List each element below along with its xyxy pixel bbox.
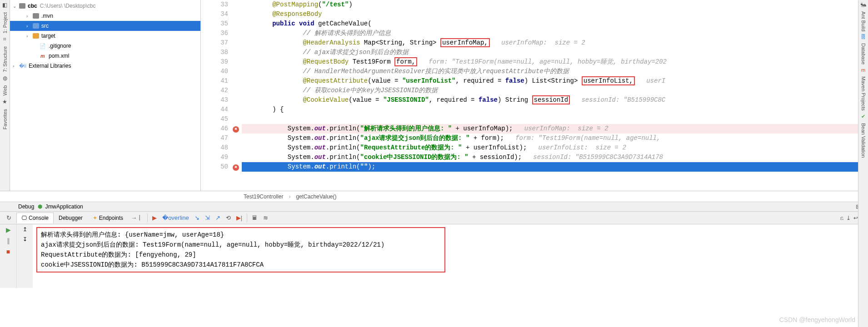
error-icon[interactable]: ✖ xyxy=(233,126,239,133)
resume-button[interactable]: ▶ xyxy=(6,226,11,233)
code-line[interactable]: @CookieValue(value = "JSESSIONID", requi… xyxy=(242,95,868,105)
drop-frame-icon[interactable]: ⟲ xyxy=(223,213,234,222)
code-area[interactable]: @PostMapping("/test") @ResponseBody publ… xyxy=(242,0,868,191)
force-step-into-icon[interactable]: ⇲ xyxy=(202,213,213,222)
console-line: 解析请求头得到的用户信息: {userName=jmw, userAge=18} xyxy=(41,230,441,240)
tool-ant-icon[interactable]: 🐜 xyxy=(860,2,867,8)
pause-button[interactable]: ∥ xyxy=(7,237,10,244)
code-line[interactable]: System.out.println("解析请求头得到的用户信息: " + us… xyxy=(242,124,868,134)
tree-external-label: External Libraries xyxy=(29,63,71,69)
code-line[interactable]: @RequestBody Test19Form form, form: "Tes… xyxy=(242,57,868,67)
code-line[interactable] xyxy=(242,114,868,124)
tree-item[interactable]: mpom.xml xyxy=(10,51,200,61)
tool-favorites[interactable]: Favorites xyxy=(2,106,8,132)
console-line: RequestAttribute的数据为: [fengyehong, 29] xyxy=(41,250,441,260)
code-line[interactable]: public void getCacheValue( xyxy=(242,19,868,29)
folder-g-icon xyxy=(33,13,39,19)
step-into-icon[interactable]: ↘ xyxy=(192,213,202,222)
code-line[interactable]: // ajax请求提交json到后台的数据 xyxy=(242,48,868,57)
scroll-icon[interactable]: ⤓ xyxy=(846,215,851,221)
run-to-cursor-icon[interactable]: ▶| xyxy=(234,213,245,222)
folder-o-icon xyxy=(33,33,39,39)
soft-wrap-icon[interactable]: ↩ xyxy=(853,215,858,221)
error-icon[interactable]: ✖ xyxy=(233,164,239,171)
left-tool-gutter: ◧1: Project⌗7: Structure◍Web★Favorites xyxy=(0,0,10,191)
tool-bean[interactable]: Bean Validation xyxy=(861,120,866,160)
tree-item-label: .gitignore xyxy=(49,43,71,49)
code-line[interactable]: System.out.println("ajax请求提交json到后台的数据: … xyxy=(242,134,868,143)
rerun-icon[interactable]: ↻ xyxy=(4,213,14,222)
evaluate-icon[interactable]: 🖩 xyxy=(249,213,260,222)
folder-icon xyxy=(19,3,25,9)
tool-project-icon[interactable]: ◧ xyxy=(2,2,7,8)
trace-icon[interactable]: ≋ xyxy=(260,213,271,222)
code-line[interactable]: System.out.println(""); xyxy=(242,162,868,172)
code-editor[interactable]: ✔ 333435363738394041424344454647484950 ✖… xyxy=(201,0,868,191)
debug-tool-header[interactable]: Debug ⬢ JmwApplication ⊞ ± xyxy=(0,202,868,212)
tool-structure-icon[interactable]: ⌗ xyxy=(3,36,6,42)
debug-label: Debug xyxy=(18,203,34,210)
code-line[interactable]: // 获取cookie中的key为JSESSIONID的数据 xyxy=(242,86,868,95)
debug-side-toolbar: ▶ ∥ ■ xyxy=(0,224,16,288)
breadcrumb[interactable]: Test19Controller › getCacheValue() xyxy=(0,191,868,202)
code-line[interactable]: // HandlerMethodArgumentResolver接口的实现类中放… xyxy=(242,67,868,76)
debug-config-name[interactable]: JmwApplication xyxy=(45,203,83,210)
more-icon[interactable]: →丨 xyxy=(128,213,145,223)
tool-ant[interactable]: Ant Build xyxy=(861,9,866,34)
right-tool-gutter: 🐜Ant Build🗄DatabasemMaven Projects✔Bean … xyxy=(858,0,868,327)
tree-root[interactable]: ⌄ cbc C:\Users\ \Desktop\cbc xyxy=(10,1,200,11)
project-tree[interactable]: ⌄ cbc C:\Users\ \Desktop\cbc ›.mvn›src›t… xyxy=(10,0,201,191)
console-panel: ▶ ∥ ■ ↥ ↧ 解析请求头得到的用户信息: {userName=jmw, u… xyxy=(0,224,868,288)
tab-endpoints[interactable]: ✦Endpoints xyxy=(88,213,128,223)
tool-database[interactable]: Database xyxy=(861,40,866,67)
code-line[interactable]: @ResponseBody xyxy=(242,10,868,19)
crumb-method[interactable]: getCacheValue() xyxy=(293,193,339,200)
tree-item[interactable]: ›.mvn xyxy=(10,11,200,21)
code-line[interactable]: ) { xyxy=(242,105,868,114)
watermark: CSDN @fengyehongWorld xyxy=(779,316,855,323)
step-out-icon[interactable]: ↗ xyxy=(213,213,223,222)
code-line[interactable]: @PostMapping("/test") xyxy=(242,0,868,10)
tree-root-path: C:\Users\ \Desktop\cbc xyxy=(40,3,96,9)
console-highlight-box: 解析请求头得到的用户信息: {userName=jmw, userAge=18}… xyxy=(36,227,445,272)
tab-console[interactable]: 🖵Console xyxy=(16,213,54,223)
code-line[interactable]: System.out.println("cookie中JSESSIONID的数据… xyxy=(242,153,868,162)
code-line[interactable]: @RequestAttribute(value = "userInfoList"… xyxy=(242,76,868,86)
tree-external[interactable]: › �ії External Libraries xyxy=(10,61,200,71)
tree-item[interactable]: ›target xyxy=(10,31,200,41)
tree-item-label: src xyxy=(41,23,49,29)
tree-item[interactable]: 📄.gitignore xyxy=(10,41,200,51)
tool-structure[interactable]: 7: Structure xyxy=(2,44,8,75)
tab-debugger[interactable]: Debugger xyxy=(54,213,88,223)
tool-project[interactable]: 1: Project xyxy=(2,10,8,36)
tree-item-label: target xyxy=(41,33,55,39)
console-line: cookie中JSESSIONID的数据为: B515999C8C3A9D731… xyxy=(41,260,441,270)
up-icon[interactable]: ↥ xyxy=(23,226,27,233)
console-output[interactable]: 解析请求头得到的用户信息: {userName=jmw, userAge=18}… xyxy=(33,224,868,288)
marker-gutter: ✖✖ xyxy=(233,0,242,191)
tool-bean-icon[interactable]: ✔ xyxy=(861,114,865,119)
stop-button[interactable]: ■ xyxy=(6,248,10,255)
maven-icon: m xyxy=(39,52,46,59)
endpoints-icon: ✦ xyxy=(93,215,97,221)
tool-maven-icon[interactable]: m xyxy=(861,67,865,73)
code-line[interactable]: System.out.println("RequestAttribute的数据为… xyxy=(242,143,868,153)
code-line[interactable]: @HeaderAnalysis Map<String, String> user… xyxy=(242,38,868,48)
tool-favorites-icon[interactable]: ★ xyxy=(2,99,7,105)
crumb-class[interactable]: Test19Controller xyxy=(241,193,286,200)
down-icon[interactable]: ↧ xyxy=(23,236,27,243)
tool-database-icon[interactable]: 🗄 xyxy=(861,34,866,40)
filter-icon[interactable]: ⎌ xyxy=(840,215,843,221)
console-line: ajax请求提交json到后台的数据: Test19Form(name=null… xyxy=(41,240,441,250)
tree-item[interactable]: ›src xyxy=(10,21,200,31)
step-over-icon[interactable]: �overline xyxy=(160,213,192,222)
code-line[interactable]: // 解析请求头得到的用户信息 xyxy=(242,29,868,38)
tool-maven[interactable]: Maven Projects xyxy=(861,74,866,114)
folder-b-icon xyxy=(33,23,39,29)
spring-icon: ⬢ xyxy=(38,203,42,210)
tool-web-icon[interactable]: ◍ xyxy=(3,75,7,81)
resume-icon[interactable]: ▶ xyxy=(150,213,160,222)
tool-web[interactable]: Web xyxy=(2,83,8,98)
line-number-gutter: 333435363738394041424344454647484950 xyxy=(201,0,233,191)
file-icon: 📄 xyxy=(39,42,46,50)
